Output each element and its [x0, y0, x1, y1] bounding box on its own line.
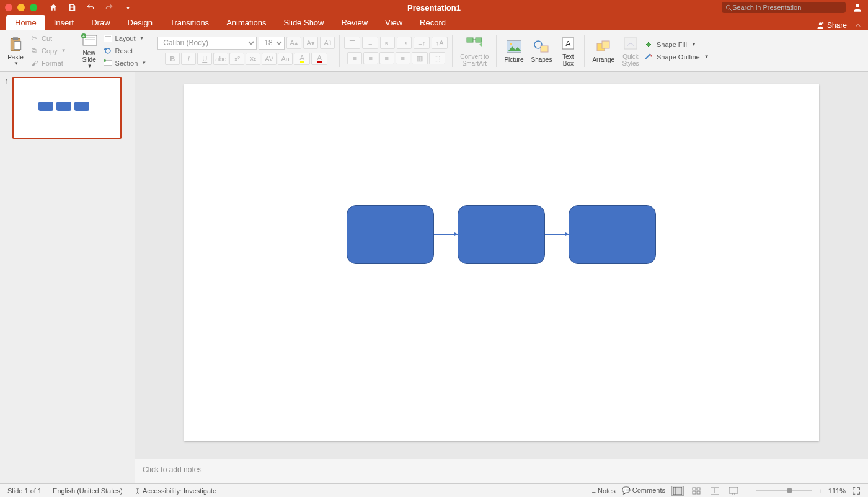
- quick-styles-icon: [622, 35, 639, 52]
- comments-toggle[interactable]: 💬 Comments: [622, 486, 665, 495]
- maximize-window-button[interactable]: [30, 4, 37, 11]
- shapes-label: Shapes: [531, 56, 552, 63]
- slide-thumbnail-1[interactable]: [12, 77, 122, 139]
- connector-arrow-1[interactable]: [434, 234, 458, 235]
- tab-animations[interactable]: Animations: [218, 15, 275, 30]
- strike-button[interactable]: abc: [213, 53, 228, 65]
- rounded-rect-shape-2[interactable]: [458, 205, 545, 264]
- reading-view-button[interactable]: [709, 486, 721, 496]
- quick-access-toolbar: ▾: [48, 2, 133, 12]
- tab-insert[interactable]: Insert: [45, 15, 83, 30]
- tab-transitions[interactable]: Transitions: [161, 15, 218, 30]
- font-color-button[interactable]: A: [311, 53, 327, 65]
- underline-button[interactable]: U: [197, 53, 212, 65]
- home-icon[interactable]: [48, 2, 58, 12]
- cut-button[interactable]: ✂Cut: [27, 33, 68, 44]
- zoom-out-button[interactable]: −: [746, 487, 750, 495]
- arrange-button[interactable]: Arrange: [589, 31, 618, 70]
- increase-font-button[interactable]: A▴: [286, 37, 301, 49]
- reset-icon: [103, 46, 113, 56]
- columns-button[interactable]: ▥: [412, 52, 428, 64]
- bold-button[interactable]: B: [165, 53, 180, 65]
- picture-button[interactable]: Picture: [501, 31, 526, 70]
- copy-button[interactable]: ⧉Copy▼: [27, 45, 68, 56]
- shapes-button[interactable]: Shapes: [528, 31, 556, 70]
- section-button[interactable]: Section▼: [101, 58, 149, 69]
- search-input[interactable]: [732, 4, 842, 11]
- slide-thumbnail-panel: 1: [0, 72, 135, 483]
- search-icon: [725, 4, 732, 11]
- slide-canvas[interactable]: [135, 72, 868, 459]
- minimize-window-button[interactable]: [17, 4, 25, 11]
- slide-counter[interactable]: Slide 1 of 1: [7, 487, 42, 495]
- decrease-indent-button[interactable]: ⇤: [380, 37, 395, 49]
- convert-smartart-button[interactable]: Convert to SmartArt: [457, 31, 492, 70]
- tab-slideshow[interactable]: Slide Show: [275, 15, 332, 30]
- svg-line-1: [730, 8, 732, 10]
- connector-arrow-2[interactable]: [545, 234, 569, 235]
- shape-outline-button[interactable]: Shape Outline▼: [644, 52, 709, 62]
- subscript-button[interactable]: x₂: [246, 53, 260, 65]
- notes-pane[interactable]: Click to add notes: [135, 459, 868, 483]
- numbering-button[interactable]: ≡: [362, 37, 378, 49]
- qat-customize-icon[interactable]: ▾: [123, 2, 133, 12]
- layout-button[interactable]: Layout▼: [101, 33, 149, 44]
- tab-home[interactable]: Home: [6, 15, 45, 30]
- rounded-rect-shape-1[interactable]: [347, 205, 434, 264]
- highlight-button[interactable]: A: [294, 53, 310, 65]
- bullets-button[interactable]: ☰: [344, 37, 360, 49]
- decrease-font-button[interactable]: A▾: [303, 37, 318, 49]
- search-box[interactable]: [722, 2, 846, 13]
- fit-window-button[interactable]: [852, 486, 861, 495]
- picture-icon: [505, 38, 523, 55]
- textbox-button[interactable]: A Text Box: [556, 31, 580, 70]
- redo-icon[interactable]: [104, 2, 114, 12]
- tab-review[interactable]: Review: [332, 15, 376, 30]
- normal-view-button[interactable]: [671, 486, 684, 496]
- tab-design[interactable]: Design: [119, 15, 161, 30]
- sorter-view-button[interactable]: [690, 486, 702, 496]
- zoom-in-button[interactable]: +: [818, 487, 822, 495]
- slide-1[interactable]: [184, 84, 819, 441]
- shape-fill-button[interactable]: Shape Fill▼: [644, 40, 709, 50]
- clear-format-button[interactable]: A⃠: [320, 37, 335, 49]
- format-painter-button[interactable]: 🖌Format: [27, 58, 68, 69]
- undo-icon[interactable]: [86, 2, 95, 12]
- reset-button[interactable]: Reset: [101, 45, 149, 56]
- slideshow-view-button[interactable]: [727, 486, 740, 496]
- font-size-select[interactable]: 18: [259, 37, 285, 50]
- italic-button[interactable]: I: [181, 53, 196, 65]
- align-right-button[interactable]: ≡: [379, 52, 394, 64]
- increase-indent-button[interactable]: ⇥: [397, 37, 412, 49]
- collapse-ribbon-icon[interactable]: [854, 22, 862, 29]
- align-center-button[interactable]: ≡: [363, 52, 378, 64]
- char-spacing-button[interactable]: AV: [262, 53, 277, 65]
- justify-button[interactable]: ≡: [396, 52, 410, 64]
- tab-record[interactable]: Record: [411, 15, 454, 30]
- svg-point-2: [856, 4, 859, 7]
- statusbar: Slide 1 of 1 English (United States) Acc…: [0, 483, 868, 497]
- paste-button[interactable]: Paste ▼: [4, 31, 27, 70]
- svg-point-21: [510, 43, 512, 45]
- change-case-button[interactable]: Aa: [278, 53, 293, 65]
- quick-styles-button[interactable]: Quick Styles: [619, 31, 642, 70]
- new-slide-button[interactable]: + New Slide ▼: [78, 31, 101, 70]
- close-window-button[interactable]: [5, 4, 12, 11]
- zoom-slider[interactable]: [756, 490, 812, 491]
- tab-view[interactable]: View: [376, 15, 411, 30]
- user-icon[interactable]: [852, 2, 863, 13]
- rounded-rect-shape-3[interactable]: [569, 205, 656, 264]
- notes-toggle[interactable]: ≡ Notes: [592, 487, 616, 495]
- align-text-button[interactable]: ⬚: [429, 52, 445, 64]
- save-icon[interactable]: [67, 2, 77, 12]
- language-status[interactable]: English (United States): [53, 487, 123, 495]
- zoom-level[interactable]: 111%: [828, 487, 846, 495]
- text-direction-button[interactable]: ↕A: [432, 37, 448, 49]
- tab-draw[interactable]: Draw: [82, 15, 118, 30]
- superscript-button[interactable]: x²: [229, 53, 244, 65]
- accessibility-status[interactable]: Accessibility: Investigate: [134, 487, 217, 495]
- share-button[interactable]: + Share: [816, 21, 862, 30]
- align-left-button[interactable]: ≡: [347, 52, 362, 64]
- line-spacing-button[interactable]: ≡↕: [414, 37, 430, 49]
- font-name-select[interactable]: Calibri (Body): [157, 37, 257, 50]
